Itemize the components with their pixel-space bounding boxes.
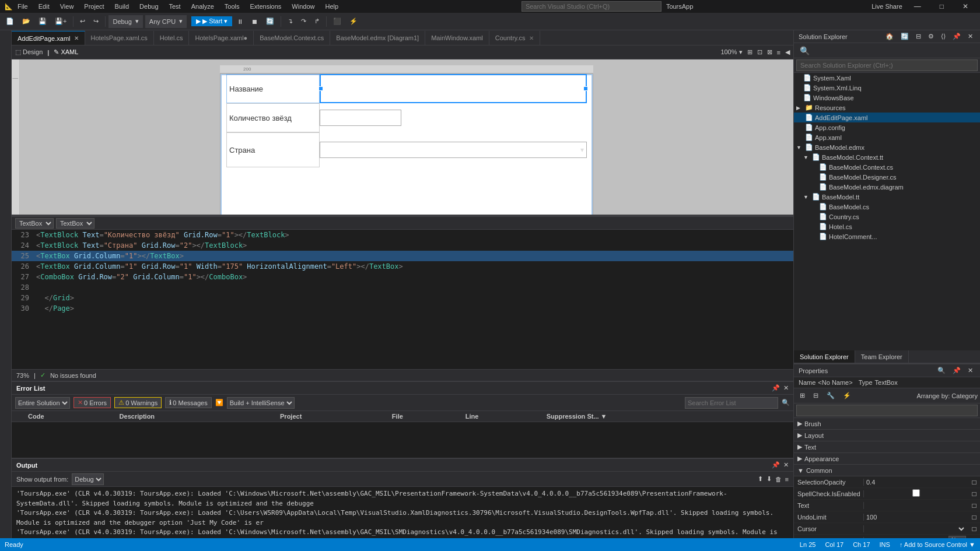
menu-project[interactable]: Project xyxy=(79,2,108,11)
fit-icon[interactable]: ⊠ xyxy=(767,48,772,56)
output-pin[interactable]: 📌 xyxy=(772,461,780,469)
step-over-btn[interactable]: ↷ xyxy=(298,16,310,26)
global-search-input[interactable] xyxy=(522,1,662,12)
new-btn[interactable]: New xyxy=(949,536,966,538)
menu-view[interactable]: View xyxy=(55,2,79,11)
sol-tab-team[interactable]: Team Explorer xyxy=(855,350,909,363)
menu-debug[interactable]: Debug xyxy=(135,2,163,11)
output-clear-btn[interactable]: 🗑 xyxy=(775,476,782,483)
build-mode-select[interactable]: Build + IntelliSense xyxy=(227,397,295,409)
col-file[interactable]: File xyxy=(387,411,461,422)
warnings-btn[interactable]: ⚠ 0 Warnings xyxy=(114,397,162,408)
tab-basemodel-edmx[interactable]: BaseModel.edmx [Diagram1] xyxy=(330,31,425,45)
menu-build[interactable]: Build xyxy=(110,2,134,11)
minimize-btn[interactable]: — xyxy=(907,1,928,12)
section-common[interactable]: ▼ Common xyxy=(794,465,980,476)
error-list-pin[interactable]: 📌 xyxy=(772,384,780,392)
line-content-29[interactable]: </Grid> xyxy=(34,293,793,303)
section-appearance[interactable]: ▶ Appearance xyxy=(794,453,980,465)
error-search-input[interactable] xyxy=(685,397,778,409)
props-filter-btn[interactable]: 🔍 xyxy=(935,366,948,375)
pause-btn[interactable]: ⏸ xyxy=(233,17,247,26)
prop-reset-btn[interactable]: □ xyxy=(968,536,980,539)
menu-help[interactable]: Help xyxy=(320,2,343,11)
input-stars[interactable] xyxy=(320,110,401,126)
collapse-design[interactable]: ◀ xyxy=(785,48,790,56)
tab-mainwindow-xaml[interactable]: MainWindow.xaml xyxy=(425,31,489,45)
design-mode-btn[interactable]: ⬚ Design xyxy=(15,48,43,56)
prop-reset-btn[interactable]: □ xyxy=(968,525,980,533)
tab-basemodel-context-cs[interactable]: BaseModel.Context.cs xyxy=(254,31,330,45)
tab-country-cs[interactable]: Country.cs ✕ xyxy=(489,31,540,45)
zoom-select[interactable]: 100% ▾ xyxy=(720,48,742,56)
tree-item-hotel-cs[interactable]: 📄 Hotel.cs xyxy=(794,222,980,231)
prop-reset-btn[interactable]: □ xyxy=(968,490,980,498)
prop-reset-btn[interactable]: □ xyxy=(968,501,980,510)
col-code[interactable]: Code xyxy=(23,411,115,422)
tree-item-basemodel-designer-cs[interactable]: 📄 BaseModel.Designer.cs xyxy=(794,172,980,182)
open-btn[interactable]: 📂 xyxy=(19,16,34,26)
tree-item-app-config[interactable]: 📄 App.config xyxy=(794,122,980,132)
col-description[interactable]: Description xyxy=(115,411,275,422)
tree-item-basemodel-context-cs[interactable]: 📄 BaseModel.Context.cs xyxy=(794,162,980,172)
undo-btn[interactable]: ↩ xyxy=(76,16,89,26)
prop-reset-btn[interactable]: □ xyxy=(968,513,980,521)
sol-close-btn[interactable]: ✕ xyxy=(965,31,975,41)
menu-analyze[interactable]: Analyze xyxy=(187,2,219,11)
col-suppression[interactable]: Suppression St... ▼ xyxy=(542,411,793,422)
save-all-btn[interactable]: 💾+ xyxy=(51,16,70,26)
errors-btn[interactable]: ✕ 0 Errors xyxy=(74,397,111,408)
tab-hotelspage-xaml[interactable]: HotelsPage.xaml● xyxy=(189,31,254,45)
output-mode-select[interactable]: Debug xyxy=(72,473,104,485)
element-selector-left[interactable]: TextBox xyxy=(15,218,54,229)
stop-btn[interactable]: ⏹ xyxy=(248,17,261,26)
section-text[interactable]: ▶ Text xyxy=(794,441,980,453)
prop-value[interactable] xyxy=(864,502,968,509)
prop-input[interactable] xyxy=(866,479,966,486)
output-close[interactable]: ✕ xyxy=(783,461,789,469)
arrange-icon[interactable]: ≡ xyxy=(777,49,780,56)
prop-input[interactable] xyxy=(866,502,966,509)
restart-btn[interactable]: 🔄 xyxy=(262,16,278,26)
step-out-btn[interactable]: ↱ xyxy=(311,16,323,26)
tree-item-windowsbase[interactable]: 📄 WindowsBase xyxy=(794,93,980,103)
tree-item-system-xml-linq[interactable]: 📄 System.Xml.Linq xyxy=(794,83,980,93)
close-btn[interactable]: ✕ xyxy=(956,1,975,12)
section-brush[interactable]: ▶ Brush xyxy=(794,418,980,430)
save-btn[interactable]: 💾 xyxy=(35,16,50,26)
tab-close-icon2[interactable]: ✕ xyxy=(529,35,534,41)
props-custom-btn[interactable]: 🔧 xyxy=(823,391,838,401)
line-content-24[interactable]: <TextBlock Text="Страна" Grid.Row="2"></… xyxy=(34,240,793,251)
output-prev-btn[interactable]: ⬆ xyxy=(758,475,763,483)
prop-value[interactable] xyxy=(864,479,968,486)
col-line[interactable]: Line xyxy=(461,411,542,422)
prop-reset-btn[interactable]: □ xyxy=(968,478,980,486)
input-name[interactable] xyxy=(320,74,587,103)
debug-mode-dropdown[interactable]: Debug ▾ xyxy=(108,15,142,28)
output-wordwrap-btn[interactable]: ≡ xyxy=(785,476,789,483)
line-content-23[interactable]: <TextBlock Text="Количество звёзд" Grid.… xyxy=(34,230,793,240)
xaml-mode-btn[interactable]: ✎ XAML xyxy=(54,48,78,56)
tree-item-basemodel-context-tt[interactable]: ▼ 📄 BaseModel.Context.tt xyxy=(794,152,980,162)
maximize-btn[interactable]: □ xyxy=(933,1,951,12)
line-content-27[interactable]: <ComboBox Grid.Row="2" Grid.Column="1"><… xyxy=(34,272,793,282)
menu-edit[interactable]: Edit xyxy=(34,2,54,11)
line-content-25[interactable]: <TextBox Grid.Column="1"></TextBox> xyxy=(34,251,793,261)
sol-home-btn[interactable]: 🏠 xyxy=(883,31,896,41)
new-project-btn[interactable]: 📄 xyxy=(2,16,18,26)
sol-pin-btn[interactable]: 📌 xyxy=(950,31,963,41)
cursor-select[interactable] xyxy=(866,525,966,533)
line-content-26[interactable]: <TextBox Grid.Column="1" Grid.Row="1" Wi… xyxy=(34,261,793,272)
xaml-form[interactable]: Название Количество звёзд xyxy=(220,73,593,215)
section-layout[interactable]: ▶ Layout xyxy=(794,430,980,441)
prop-checkbox[interactable] xyxy=(866,489,966,497)
menu-file[interactable]: File xyxy=(13,2,33,11)
breakpoint-btn[interactable]: ⬛ xyxy=(330,16,345,26)
tab-hotelspage-xaml-cs[interactable]: HotelsPage.xaml.cs xyxy=(85,31,154,45)
tree-item-resources[interactable]: ▶ 📁 Resources xyxy=(794,103,980,113)
prop-value[interactable] xyxy=(864,489,968,498)
prop-input[interactable] xyxy=(866,537,946,539)
tree-item-country-cs[interactable]: 📄 Country.cs xyxy=(794,212,980,222)
tree-item-app-xaml[interactable]: 📄 App.xaml xyxy=(794,132,980,142)
menu-window[interactable]: Window xyxy=(287,2,319,11)
